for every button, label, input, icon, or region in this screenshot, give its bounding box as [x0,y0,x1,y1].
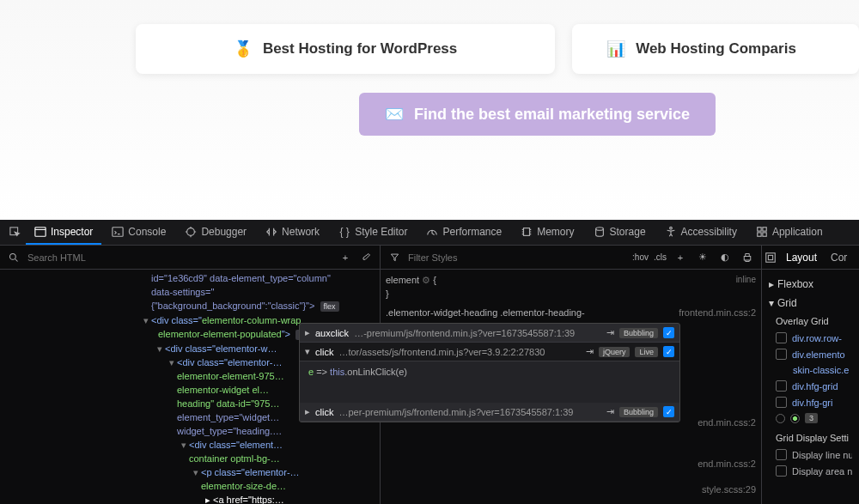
tab-layout[interactable]: Layout [779,246,824,269]
bubbling-badge: Bubbling [619,407,658,417]
style-icon: { } [338,226,350,238]
goto-source-icon[interactable]: ⇥ [586,346,594,357]
radio-off[interactable] [776,414,785,423]
chevron-right-icon: ▸ [305,406,310,417]
add-rule-button[interactable]: + [672,249,689,266]
filter-styles-input[interactable] [408,252,627,263]
tab-accessibility[interactable]: Accessibility [656,221,746,245]
listener-enabled-checkbox[interactable]: ✓ [663,346,674,357]
debugger-icon [185,226,197,238]
page-content: 🥇 Best Hosting for WordPress 📊 Web Hosti… [0,0,859,220]
devtools-tabs: Inspector Console Debugger Network { }St… [0,220,859,246]
goto-source-icon[interactable]: ⇥ [606,327,614,338]
grid-overlay-item[interactable]: div.hfg-grid [776,378,852,394]
envelope-icon: ✉️ [385,105,404,124]
svg-rect-8 [763,227,766,230]
eyedropper-button[interactable] [357,249,375,266]
tab-application[interactable]: Application [747,221,832,245]
tab-debugger[interactable]: Debugger [176,221,255,245]
section-flexbox[interactable]: ▸Flexbox [769,275,852,294]
svg-rect-10 [763,232,766,235]
event-row-click-2[interactable]: ▸ click …per-premium/js/frontend.min.js?… [300,403,679,422]
cls-toggle[interactable]: .cls [654,249,667,266]
layout-boxmodel-icon[interactable] [762,249,779,266]
performance-icon [426,226,438,238]
tab-computed[interactable]: Cor [824,246,854,269]
grid-overlay-item[interactable]: div.elemento [776,346,852,362]
jquery-badge: jQuery [599,347,631,357]
event-handler-code: e => this.onLinkClick(e) [300,361,679,403]
display-area-names[interactable]: Display area na [776,463,852,479]
chevron-down-icon: ▾ [769,297,774,309]
filter-icon [386,249,403,266]
card-hosting-comparison[interactable]: 📊 Web Hosting Comparis [572,24,859,74]
trophy-icon: 🥇 [234,39,253,58]
flex-badge[interactable]: flex [320,301,339,312]
network-icon [265,226,277,238]
hov-toggle[interactable]: :hov [632,249,649,266]
chevron-down-icon: ▾ [305,346,310,357]
tab-memory[interactable]: Memory [512,221,582,245]
svg-rect-2 [113,227,123,236]
card-label: Web Hosting Comparis [636,40,796,58]
svg-rect-4 [524,228,530,235]
grid-overlay-item[interactable]: div.hfg-gri [776,394,852,410]
grid-overlay-item[interactable]: div.row.row- [776,330,852,346]
search-html-input[interactable] [27,252,332,263]
listener-enabled-checkbox[interactable]: ✓ [663,327,674,338]
svg-point-3 [187,228,195,235]
svg-point-11 [10,253,16,259]
dark-icon[interactable]: ◐ [716,249,734,266]
svg-point-6 [669,227,672,229]
grid-display-settings-label: Grid Display Setti [776,426,852,446]
styles-toolbar: :hov .cls + ☀ ◐ [381,246,761,270]
add-node-button[interactable]: + [337,249,354,266]
section-grid[interactable]: ▾Grid [769,294,852,313]
goto-source-icon[interactable]: ⇥ [606,406,614,417]
svg-rect-7 [758,227,761,230]
svg-rect-14 [768,255,772,259]
radio-on[interactable] [790,414,800,423]
inspector-icon [34,226,46,238]
display-line-numbers[interactable]: Display line nu [776,446,852,463]
svg-rect-13 [766,252,776,262]
html-search-row: + [0,246,380,270]
layout-panel: Layout Cor ▸Flexbox ▾Grid Overlay Grid d… [762,246,859,504]
svg-rect-12 [744,256,751,260]
bubbling-badge: Bubbling [619,328,658,338]
card-row: 🥇 Best Hosting for WordPress 📊 Web Hosti… [0,0,859,74]
overlay-grid-label: Overlay Grid [776,313,852,330]
tab-inspector[interactable]: Inspector [26,221,101,245]
event-row-click-1[interactable]: ▾ click …tor/assets/js/frontend.min.js?v… [300,343,679,361]
light-icon[interactable]: ☀ [694,249,711,266]
rule-location[interactable]: frontend.min.css:2 [679,306,756,319]
tab-performance[interactable]: Performance [417,221,510,245]
chart-icon: 📊 [606,39,625,58]
cta-label: Find the best email marketing service [414,106,690,124]
pick-element-icon[interactable] [7,224,24,241]
accessibility-icon [665,226,677,238]
tab-storage[interactable]: Storage [585,221,655,245]
tab-console[interactable]: Console [103,221,174,245]
application-icon [756,226,768,238]
event-listeners-popup: ▸ auxclick …-premium/js/frontend.min.js?… [299,323,680,422]
card-best-hosting[interactable]: 🥇 Best Hosting for WordPress [136,24,555,74]
tab-network[interactable]: Network [257,221,328,245]
storage-icon [594,226,606,238]
styles-panel: :hov .cls + ☀ ◐ inline element ⚙ { } fro… [381,246,762,504]
event-row-auxclick[interactable]: ▸ auxclick …-premium/js/frontend.min.js?… [300,324,679,343]
svg-rect-1 [35,227,46,236]
cta-email-marketing[interactable]: ✉️ Find the best email marketing service [359,93,716,136]
live-badge: Live [635,347,658,357]
print-icon[interactable] [739,249,756,266]
chevron-right-icon: ▸ [769,278,774,290]
card-label: Best Hosting for WordPress [263,40,457,58]
memory-icon [521,226,533,238]
chevron-right-icon: ▸ [305,327,310,338]
console-icon [112,226,124,238]
inline-label: inline [736,273,756,287]
svg-point-5 [595,227,603,230]
search-icon [5,249,22,266]
tab-style-editor[interactable]: { }Style Editor [330,221,416,245]
listener-enabled-checkbox[interactable]: ✓ [663,406,674,417]
